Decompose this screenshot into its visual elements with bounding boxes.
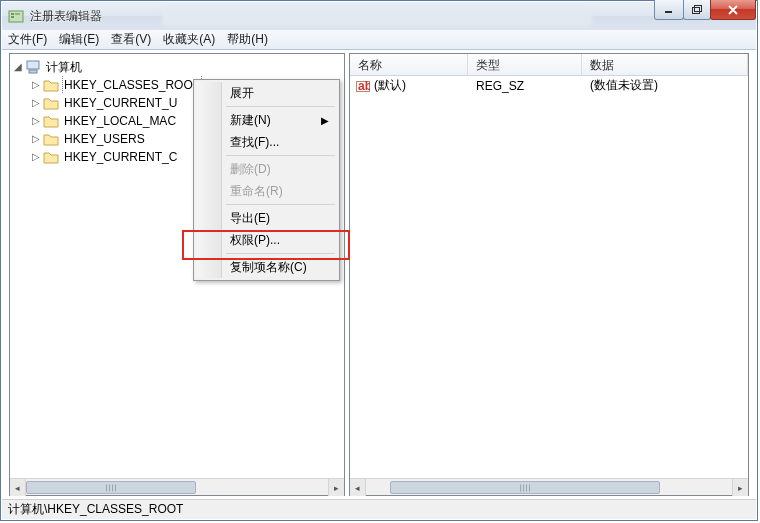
expand-icon[interactable]: ▷ — [30, 94, 42, 112]
minimize-button[interactable] — [654, 0, 684, 20]
value-type: REG_SZ — [468, 79, 582, 93]
folder-icon — [43, 131, 59, 147]
title-bar[interactable]: 注册表编辑器 — [2, 2, 756, 30]
status-path: 计算机\HKEY_CLASSES_ROOT — [8, 501, 183, 518]
ctx-find[interactable]: 查找(F)... — [196, 131, 337, 153]
folder-icon — [43, 95, 59, 111]
expand-icon[interactable]: ▷ — [30, 112, 42, 130]
list-header: 名称 类型 数据 — [350, 54, 748, 76]
maximize-button[interactable] — [683, 0, 711, 20]
expand-icon[interactable]: ▷ — [30, 76, 42, 94]
menu-view[interactable]: 查看(V) — [111, 31, 151, 48]
scroll-right-button[interactable]: ▸ — [732, 479, 748, 496]
value-name: (默认) — [374, 77, 406, 94]
regedit-icon — [8, 8, 24, 24]
svg-rect-2 — [11, 16, 14, 18]
scroll-thumb[interactable] — [390, 481, 660, 494]
expand-icon[interactable]: ▷ — [30, 148, 42, 166]
expand-icon[interactable]: ▷ — [30, 130, 42, 148]
folder-icon — [43, 113, 59, 129]
scroll-left-button[interactable]: ◂ — [10, 479, 26, 496]
scroll-right-button[interactable]: ▸ — [328, 479, 344, 496]
tree-item-label: HKEY_CURRENT_U — [62, 94, 179, 112]
collapse-icon[interactable]: ◢ — [12, 58, 24, 76]
window-title: 注册表编辑器 — [30, 8, 102, 25]
ctx-copy-key-name[interactable]: 复制项名称(C) — [196, 256, 337, 278]
menu-edit[interactable]: 编辑(E) — [59, 31, 99, 48]
context-menu: 展开 新建(N) ▶ 查找(F)... 删除(D) 重命名(R) 导出(E) 权… — [193, 79, 340, 281]
tree-item-label: HKEY_USERS — [62, 130, 147, 148]
tree-item-label: HKEY_LOCAL_MAC — [62, 112, 178, 130]
submenu-arrow-icon: ▶ — [321, 115, 329, 126]
ctx-rename: 重命名(R) — [196, 180, 337, 202]
ctx-new[interactable]: 新建(N) ▶ — [196, 109, 337, 131]
svg-rect-1 — [11, 13, 14, 15]
scroll-left-button[interactable]: ◂ — [350, 479, 366, 496]
ctx-permissions[interactable]: 权限(P)... — [196, 229, 337, 251]
svg-text:ab: ab — [358, 79, 370, 93]
tree-root[interactable]: ◢ 计算机 — [12, 58, 342, 76]
tree-item-label: HKEY_CURRENT_C — [62, 148, 179, 166]
folder-icon — [43, 77, 59, 93]
svg-rect-5 — [692, 7, 699, 13]
ctx-expand[interactable]: 展开 — [196, 82, 337, 104]
ctx-delete: 删除(D) — [196, 158, 337, 180]
ctx-new-label: 新建(N) — [230, 112, 271, 129]
menu-file[interactable]: 文件(F) — [8, 31, 47, 48]
values-pane: 名称 类型 数据 ab (默认) REG_SZ (数值未设置) — [349, 53, 749, 496]
scroll-thumb[interactable] — [26, 481, 196, 494]
column-data[interactable]: 数据 — [582, 54, 748, 75]
status-bar: 计算机\HKEY_CLASSES_ROOT — [2, 499, 756, 519]
list-row[interactable]: ab (默认) REG_SZ (数值未设置) — [350, 76, 748, 95]
menu-help[interactable]: 帮助(H) — [227, 31, 268, 48]
column-name[interactable]: 名称 — [350, 54, 468, 75]
ctx-export[interactable]: 导出(E) — [196, 207, 337, 229]
menu-favorites[interactable]: 收藏夹(A) — [163, 31, 215, 48]
column-type[interactable]: 类型 — [468, 54, 582, 75]
list-horizontal-scrollbar[interactable]: ◂ ▸ — [350, 478, 748, 495]
computer-icon — [25, 59, 41, 75]
tree-horizontal-scrollbar[interactable]: ◂ ▸ — [10, 478, 344, 495]
svg-rect-8 — [29, 70, 37, 73]
svg-rect-3 — [15, 13, 20, 15]
window-frame: 注册表编辑器 文件(F) 编辑(E) 查看(V) 收藏夹(A) 帮助(H) ◢ — [0, 0, 758, 521]
svg-rect-7 — [27, 61, 39, 69]
tree-root-label: 计算机 — [44, 58, 84, 76]
svg-rect-6 — [694, 5, 701, 11]
string-value-icon: ab — [356, 79, 370, 93]
close-button[interactable] — [710, 0, 756, 20]
value-data: (数值未设置) — [582, 77, 748, 94]
folder-icon — [43, 149, 59, 165]
address-blur — [162, 8, 592, 26]
menu-bar: 文件(F) 编辑(E) 查看(V) 收藏夹(A) 帮助(H) — [2, 30, 756, 50]
tree-item-label: HKEY_CLASSES_ROOT — [62, 76, 202, 94]
